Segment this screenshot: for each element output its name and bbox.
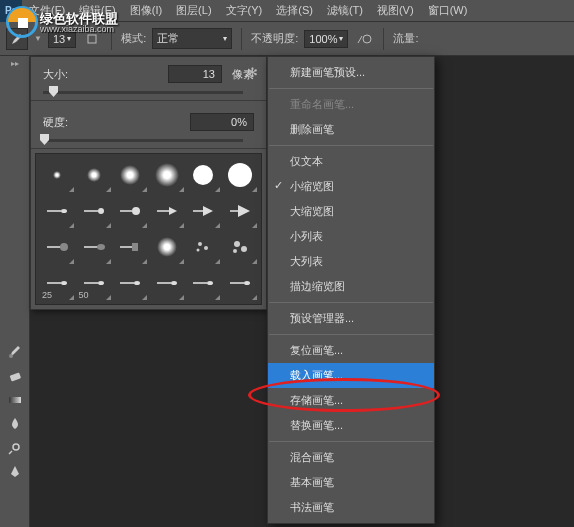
brush-tool-icon[interactable]: [6, 28, 28, 50]
brush-preset[interactable]: [186, 266, 220, 300]
menu-item[interactable]: 小列表: [268, 224, 434, 249]
menu-window[interactable]: 窗口(W): [421, 0, 475, 21]
svg-point-18: [98, 281, 104, 285]
menu-item[interactable]: ✓小缩览图: [268, 174, 434, 199]
size-label: 大小:: [43, 67, 87, 82]
brush-preset[interactable]: 25: [40, 266, 74, 300]
svg-point-14: [234, 241, 240, 247]
brush-preset[interactable]: [223, 194, 257, 228]
blur-tool[interactable]: [0, 412, 30, 436]
chevron-down-icon[interactable]: ▼: [34, 34, 42, 43]
menu-layer[interactable]: 图层(L): [169, 0, 218, 21]
slider-thumb[interactable]: [40, 134, 49, 145]
menu-item-label: 仅文本: [290, 155, 323, 167]
menu-item[interactable]: 大缩览图: [268, 199, 434, 224]
menu-item[interactable]: 载入画笔...: [268, 363, 434, 388]
svg-point-7: [98, 208, 104, 214]
menu-item[interactable]: 描边缩览图: [268, 274, 434, 299]
brush-preset[interactable]: [186, 194, 220, 228]
menu-select[interactable]: 选择(S): [269, 0, 320, 21]
gradient-tool[interactable]: [0, 388, 30, 412]
panel-collapse-icon[interactable]: ▸▸: [0, 56, 29, 70]
size-slider[interactable]: [43, 91, 243, 94]
history-brush-tool[interactable]: [0, 340, 30, 364]
workspace: ▸▸ ✻ 大小: 13 像素 硬度: 0%: [0, 56, 574, 527]
menu-item[interactable]: 替换画笔...: [268, 413, 434, 438]
menu-image[interactable]: 图像(I): [123, 0, 169, 21]
brush-preset[interactable]: [40, 194, 74, 228]
divider: [31, 100, 266, 101]
brush-preset[interactable]: [113, 194, 147, 228]
eraser-tool[interactable]: [0, 364, 30, 388]
brush-preset[interactable]: 50: [77, 266, 111, 300]
tool-panel: ▸▸: [0, 56, 30, 527]
brush-preset[interactable]: [186, 230, 220, 264]
dodge-tool[interactable]: [0, 436, 30, 460]
brush-preset[interactable]: [40, 230, 74, 264]
hardness-slider[interactable]: [43, 139, 243, 142]
menu-view[interactable]: 视图(V): [370, 0, 421, 21]
menu-item[interactable]: 新建画笔预设...: [268, 60, 434, 85]
menu-item-label: 复位画笔...: [290, 344, 343, 356]
menu-separator: [269, 145, 433, 146]
flow-label: 流量:: [393, 31, 418, 46]
size-field[interactable]: 13: [168, 65, 222, 83]
menu-item[interactable]: 预设管理器...: [268, 306, 434, 331]
divider: [31, 148, 266, 149]
menu-separator: [269, 441, 433, 442]
menu-item[interactable]: 基本画笔: [268, 470, 434, 495]
brush-preset[interactable]: [186, 158, 220, 192]
brush-preset[interactable]: [223, 230, 257, 264]
menu-item-label: 重命名画笔...: [290, 98, 354, 110]
gear-icon[interactable]: ✻: [247, 65, 258, 80]
menu-item[interactable]: 仅文本: [268, 149, 434, 174]
menu-item-label: 替换画笔...: [290, 419, 343, 431]
brush-preset-picker-icon[interactable]: [82, 29, 102, 49]
brush-preset[interactable]: [223, 158, 257, 192]
menu-item-label: 小列表: [290, 230, 323, 242]
svg-point-8: [132, 207, 140, 215]
menu-item[interactable]: 混合画笔: [268, 445, 434, 470]
menu-item-label: 描边缩览图: [290, 280, 345, 292]
brush-preset-panel: ✻ 大小: 13 像素 硬度: 0%: [30, 56, 267, 310]
menu-item-label: 书法画笔: [290, 501, 334, 513]
menu-edit[interactable]: 编辑(E): [72, 0, 123, 21]
svg-point-6: [61, 209, 67, 213]
mode-label: 模式:: [121, 31, 146, 46]
menu-file[interactable]: 文件(F): [22, 0, 72, 21]
menu-type[interactable]: 文字(Y): [219, 0, 270, 21]
brush-preset[interactable]: [150, 230, 184, 264]
brush-preset[interactable]: [150, 194, 184, 228]
pen-tool[interactable]: [0, 460, 30, 484]
brush-preset[interactable]: [223, 266, 257, 300]
brush-context-menu: 新建画笔预设...重命名画笔...删除画笔仅文本✓小缩览图大缩览图小列表大列表描…: [267, 56, 435, 524]
canvas-area[interactable]: ✻ 大小: 13 像素 硬度: 0%: [30, 56, 574, 527]
slider-thumb[interactable]: [49, 86, 58, 97]
brush-preset[interactable]: [77, 194, 111, 228]
pressure-opacity-icon[interactable]: [354, 29, 374, 49]
svg-point-20: [171, 281, 177, 285]
brush-preset[interactable]: [150, 266, 184, 300]
menu-item[interactable]: 书法画笔: [268, 495, 434, 520]
brush-preset[interactable]: [113, 230, 147, 264]
brush-size-dropdown[interactable]: 13▾: [48, 30, 76, 48]
brush-preset-grid: 25 50: [35, 153, 262, 305]
brush-preset[interactable]: [77, 158, 111, 192]
brush-preset[interactable]: [113, 266, 147, 300]
hardness-field[interactable]: 0%: [190, 113, 254, 131]
svg-point-22: [244, 281, 250, 285]
menu-item[interactable]: 复位画笔...: [268, 338, 434, 363]
menu-item[interactable]: 删除画笔: [268, 117, 434, 142]
brush-preset[interactable]: [113, 158, 147, 192]
menu-item-label: 小缩览图: [290, 180, 334, 192]
brush-preset[interactable]: [40, 158, 74, 192]
menu-filter[interactable]: 滤镜(T): [320, 0, 370, 21]
menu-item[interactable]: 大列表: [268, 249, 434, 274]
menu-item[interactable]: 存储画笔...: [268, 388, 434, 413]
brush-preset[interactable]: [150, 158, 184, 192]
opacity-field[interactable]: 100%▾: [304, 30, 348, 48]
menu-separator: [269, 88, 433, 89]
svg-point-17: [61, 281, 67, 285]
brush-preset[interactable]: [77, 230, 111, 264]
blend-mode-dropdown[interactable]: 正常▾: [152, 28, 232, 49]
